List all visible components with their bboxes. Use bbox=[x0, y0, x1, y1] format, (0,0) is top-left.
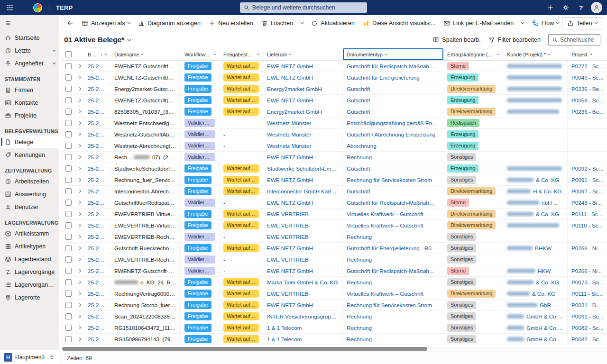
row-expand-cell[interactable] bbox=[74, 152, 84, 163]
record-link[interactable]: Westnetz Münster bbox=[267, 131, 311, 138]
record-link[interactable]: 25-2432 bbox=[88, 279, 106, 286]
app-launcher-button[interactable] bbox=[3, 1, 17, 14]
row-checkbox[interactable] bbox=[65, 336, 72, 342]
table-row[interactable]: 25-2429Scan_20241220083353_(27319)_(25-2… bbox=[62, 311, 607, 322]
table-row[interactable]: 25-2450Energy2market-Gutschrift(Stromlie… bbox=[62, 83, 607, 95]
record-link[interactable]: Gutschrift / Abrechnung Einspeisung bbox=[347, 131, 435, 138]
row-checkbox[interactable] bbox=[65, 143, 72, 149]
column-header-workflow[interactable]: Workflowstatus bbox=[181, 48, 220, 60]
view-selector-chevron-icon[interactable] bbox=[128, 37, 131, 41]
sidebar-item-firmen[interactable]: Firmen bbox=[0, 83, 59, 96]
record-link[interactable]: 25-2451 bbox=[88, 74, 106, 81]
sidebar-item-lagerorte[interactable]: Lagerorte bbox=[0, 291, 59, 304]
record-link[interactable]: 25-2442 bbox=[88, 165, 106, 172]
column-header-kategorie[interactable]: Ertragskategorie (Dokumente... bbox=[443, 48, 503, 60]
row-expand-cell[interactable] bbox=[74, 163, 84, 174]
table-row[interactable]: 25-2437EWEVERTRIEB-VirtuellesKraftwerk(4… bbox=[62, 220, 607, 231]
record-link[interactable]: 25-2428 bbox=[88, 325, 106, 331]
record-link[interactable]: Gutschrift bbox=[347, 165, 370, 172]
sidebar-item-artikelstamm[interactable]: Artikelstamm bbox=[0, 227, 59, 240]
row-checkbox[interactable] bbox=[65, 211, 72, 217]
row-checkbox[interactable] bbox=[65, 222, 72, 228]
column-header-projekt[interactable]: Projekt bbox=[568, 48, 607, 60]
view-title[interactable]: 01 Aktive Belege* bbox=[64, 36, 124, 44]
row-checkbox[interactable] bbox=[65, 86, 72, 92]
row-checkbox[interactable] bbox=[65, 63, 72, 69]
sidebar-item-kontakte[interactable]: Kontakte bbox=[0, 96, 59, 109]
record-link[interactable]: Gutschrift für Energielieferung bbox=[347, 74, 420, 81]
record-link[interactable]: EWE NETZ GmbH bbox=[267, 268, 313, 274]
row-checkbox[interactable] bbox=[65, 120, 72, 126]
area-switcher[interactable]: H Hauptmenü bbox=[0, 350, 59, 364]
record-link[interactable]: EWE VERTRIEB bbox=[267, 291, 309, 297]
record-link[interactable]: Gutschrift bbox=[347, 109, 370, 115]
record-link[interactable]: Rechnung für Servicekosten Strom bbox=[347, 177, 432, 183]
column-header-lieferant[interactable]: Lieferant bbox=[263, 48, 343, 60]
table-row[interactable]: 25-2441Rechnung_fuer_Servicekosten_Strom… bbox=[62, 174, 607, 186]
row-expand-cell[interactable] bbox=[74, 83, 84, 94]
table-row[interactable]: 25-2434EWEVERTRIEB-RechnungfuerStromlief… bbox=[62, 254, 607, 265]
row-expand-cell[interactable] bbox=[74, 209, 84, 219]
cmd-flow-button[interactable]: Flow bbox=[528, 17, 562, 29]
row-select-cell[interactable] bbox=[62, 209, 74, 219]
row-expand-cell[interactable] bbox=[74, 129, 84, 140]
record-link[interactable]: EWE VERTRIEB bbox=[267, 234, 309, 240]
user-avatar[interactable] bbox=[591, 2, 602, 13]
record-link[interactable]: Gutschrift für Redispatch-Maßnahmen-Stor… bbox=[347, 268, 439, 274]
record-link[interactable]: Interconnector GmbH Karlsruhe bbox=[267, 188, 339, 195]
record-link[interactable]: P0272 - Sc... bbox=[571, 63, 603, 70]
row-select-cell[interactable] bbox=[62, 197, 74, 208]
table-row[interactable]: 25-2431RechnungVertrag600082440001_00000… bbox=[62, 288, 607, 300]
record-link[interactable]: Marka Taler GmbH & Co. KG bbox=[267, 279, 338, 286]
record-link[interactable]: P0110 - Sc... bbox=[571, 222, 603, 229]
record-link[interactable]: 25-2448 bbox=[88, 109, 106, 115]
sidebar-item-lagerbestand[interactable]: Lagerbestand bbox=[0, 253, 59, 265]
global-search-input[interactable] bbox=[252, 4, 363, 11]
record-link[interactable]: P0091 - Sc... bbox=[571, 313, 603, 320]
record-link[interactable]: P0073 - Sa... bbox=[571, 279, 604, 286]
record-link[interactable]: 25-2450 bbox=[88, 86, 106, 92]
row-select-cell[interactable] bbox=[62, 152, 74, 163]
record-link[interactable]: Rechnung für Servicekosten Strom bbox=[347, 302, 432, 309]
row-select-cell[interactable] bbox=[62, 174, 74, 185]
record-link[interactable]: Rechnung bbox=[347, 256, 372, 263]
row-checkbox[interactable] bbox=[65, 302, 72, 308]
cmd-delete-button[interactable]: Löschen bbox=[258, 17, 297, 29]
record-link[interactable]: 25-2443 bbox=[88, 154, 106, 161]
row-expand-cell[interactable] bbox=[74, 95, 84, 106]
row-expand-cell[interactable] bbox=[74, 322, 84, 333]
row-checkbox[interactable] bbox=[65, 188, 72, 194]
row-expand-cell[interactable] bbox=[74, 254, 84, 265]
record-link[interactable]: EWE NETZ GmbH bbox=[267, 154, 313, 161]
record-link[interactable]: EWE NETZ GmbH bbox=[267, 245, 313, 252]
edit-filters-button[interactable]: Filter bearbeiten bbox=[488, 36, 541, 43]
record-link[interactable]: P0091 - Sc... bbox=[571, 177, 603, 183]
row-checkbox[interactable] bbox=[65, 165, 72, 172]
row-expand-cell[interactable] bbox=[74, 72, 84, 83]
sidebar-item-benutzer[interactable]: Benutzer bbox=[0, 200, 59, 213]
table-row[interactable]: 25-2443Rechnung07)_(25-24...Validierung-… bbox=[62, 152, 607, 163]
record-link[interactable]: Gutschrift bbox=[347, 86, 370, 92]
row-select-cell[interactable] bbox=[62, 265, 74, 276]
record-link[interactable]: P0058 - Sc... bbox=[571, 97, 603, 104]
record-link[interactable]: Gutschrift für Energielieferung - Rückre… bbox=[347, 245, 439, 252]
record-link[interactable]: P0243 - Bi... bbox=[571, 200, 602, 206]
table-row[interactable]: 25-2438EWEVERTRIEB-VirtuellesKraftwerk(5… bbox=[62, 209, 607, 220]
record-link[interactable]: INTER Versicherungsgruppe Mannheim bbox=[267, 313, 339, 320]
record-link[interactable]: P0092 - Sc... bbox=[571, 165, 603, 172]
row-select-cell[interactable] bbox=[62, 186, 74, 197]
row-expand-cell[interactable] bbox=[74, 197, 84, 208]
row-expand-cell[interactable] bbox=[74, 277, 84, 288]
updown-icon[interactable] bbox=[48, 354, 55, 361]
record-link[interactable]: Gutschrift bbox=[347, 97, 370, 104]
row-expand-cell[interactable] bbox=[74, 311, 84, 322]
select-all-checkbox[interactable] bbox=[65, 51, 72, 57]
app-name[interactable]: TERP bbox=[56, 4, 73, 11]
record-link[interactable]: EWE NETZ GmbH bbox=[267, 200, 313, 206]
row-select-cell[interactable] bbox=[62, 83, 74, 94]
row-select-cell[interactable] bbox=[62, 322, 74, 333]
record-link[interactable]: EWE VERTRIEB bbox=[267, 222, 309, 229]
record-link[interactable]: Gutschrift bbox=[347, 188, 370, 195]
row-select-cell[interactable] bbox=[62, 220, 74, 231]
row-checkbox[interactable] bbox=[65, 200, 72, 206]
